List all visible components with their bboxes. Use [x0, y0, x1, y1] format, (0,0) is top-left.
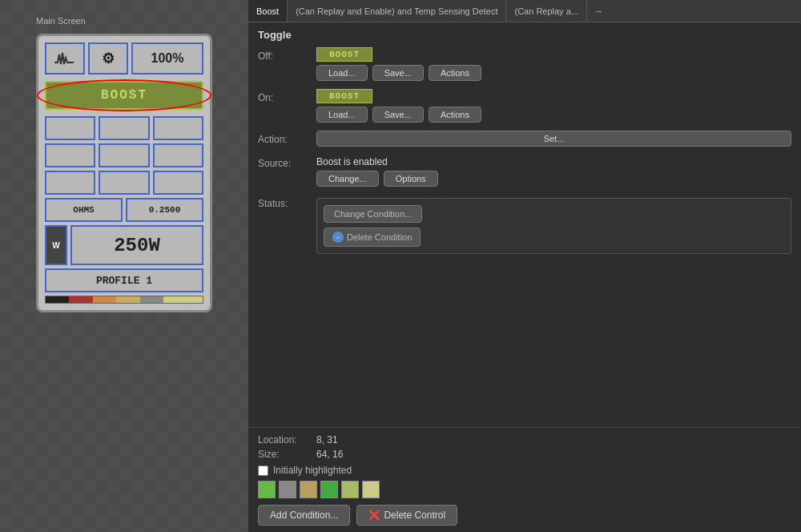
grid-cell-8[interactable] [99, 171, 149, 195]
section-title: Toggle [258, 29, 791, 41]
grid-cell-6[interactable] [153, 143, 203, 167]
on-load-button[interactable]: Load... [316, 107, 368, 123]
status-field-content: Change Condition... − Delete Condition [316, 195, 791, 254]
source-text: Boost is enabled [316, 155, 791, 167]
location-row: Location: 8, 31 [258, 434, 791, 445]
swatch-5[interactable] [362, 481, 380, 498]
waveform-cell[interactable] [45, 42, 85, 75]
change-condition-button[interactable]: Change Condition... [324, 205, 422, 223]
boost-button[interactable]: BOOST [45, 81, 203, 110]
action-label: Action: [258, 131, 310, 145]
source-options-button[interactable]: Options [384, 171, 438, 187]
delete-control-button[interactable]: ❌ Delete Control [356, 505, 457, 526]
initially-highlighted-label: Initially highlighted [273, 465, 352, 476]
device-frame: ⚙ 100% BOOST [36, 34, 212, 312]
initially-highlighted-row: Initially highlighted [258, 465, 791, 476]
on-field-row: On: BOOST Load... Save... Actions [258, 89, 791, 123]
device-wrapper: Main Screen ⚙ 100% BOOST [36, 16, 212, 312]
tab-can-replay-temp[interactable]: (Can Replay and Enable) and Temp Sensing… [288, 0, 506, 22]
source-label: Source: [258, 155, 310, 169]
delete-cross-icon: ❌ [368, 510, 380, 521]
initially-highlighted-checkbox[interactable] [258, 466, 268, 476]
grid-row-2 [45, 143, 203, 167]
off-actions-button[interactable]: Actions [429, 65, 481, 81]
watt-value: 250W [70, 225, 203, 265]
source-field-row: Source: Boost is enabled Change... Optio… [258, 155, 791, 187]
off-save-button[interactable]: Save... [372, 65, 424, 81]
swatch-4[interactable] [341, 481, 359, 498]
off-button-group: Load... Save... Actions [316, 65, 791, 81]
device-top-row: ⚙ 100% [45, 42, 203, 75]
grid-row-3 [45, 171, 203, 195]
swatch-1[interactable] [279, 481, 296, 498]
ohms-label: OHMS [45, 198, 123, 222]
size-value: 64, 16 [316, 449, 343, 460]
grid-cell-4[interactable] [45, 143, 95, 167]
percent-cell: 100% [131, 42, 203, 75]
tab-arrow[interactable]: → [587, 0, 610, 22]
off-field-row: Off: BOOST Load... Save... Actions [258, 47, 791, 81]
condition-buttons-row: Change Condition... [324, 205, 784, 223]
size-row: Size: 64, 16 [258, 449, 791, 460]
off-load-button[interactable]: Load... [316, 65, 368, 81]
tabs-row: Boost (Can Replay and Enable) and Temp S… [248, 0, 801, 22]
swatch-3[interactable] [320, 481, 338, 498]
bottom-area: Location: 8, 31 Size: 64, 16 Initially h… [248, 427, 801, 532]
watt-prefix: W [45, 225, 67, 265]
grid-row-1 [45, 116, 203, 140]
grid-cell-1[interactable] [45, 116, 95, 140]
left-panel: Main Screen ⚙ 100% BOOST [0, 0, 248, 532]
status-label: Status: [258, 195, 310, 209]
on-save-button[interactable]: Save... [372, 107, 424, 123]
boost-button-container: BOOST [45, 81, 203, 110]
main-screen-label: Main Screen [36, 16, 212, 26]
on-button-group: Load... Save... Actions [316, 107, 791, 123]
add-condition-button[interactable]: Add Condition... [258, 505, 350, 526]
size-label: Size: [258, 449, 310, 460]
grid-cell-2[interactable] [99, 116, 149, 140]
profile-label: PROFILE 1 [45, 268, 203, 292]
off-label: Off: [258, 47, 310, 62]
source-button-group: Change... Options [316, 171, 791, 187]
location-value: 8, 31 [316, 434, 338, 445]
condition-box: Change Condition... − Delete Condition [316, 198, 791, 254]
bottom-buttons: Add Condition... ❌ Delete Control [258, 505, 791, 526]
off-boost-badge: BOOST [316, 47, 372, 62]
source-field-content: Boost is enabled Change... Options [316, 155, 791, 187]
grid-cell-5[interactable] [99, 143, 149, 167]
action-field-content: Set... [316, 131, 791, 147]
status-field-row: Status: Change Condition... − Delete Con… [258, 195, 791, 254]
on-boost-badge: BOOST [316, 89, 372, 103]
on-label: On: [258, 89, 310, 103]
swatch-2[interactable] [300, 481, 317, 498]
location-label: Location: [258, 434, 310, 445]
on-actions-button[interactable]: Actions [429, 107, 481, 123]
delete-circle-icon: − [332, 232, 344, 243]
tab-boost[interactable]: Boost [248, 0, 288, 22]
grid-cell-9[interactable] [153, 171, 203, 195]
tab-can-replay2[interactable]: (Can Replay a... [506, 0, 586, 22]
watt-row: W 250W [45, 225, 203, 265]
color-swatches [258, 481, 791, 498]
delete-condition-row: − Delete Condition [324, 228, 784, 247]
right-panel: Boost (Can Replay and Enable) and Temp S… [248, 0, 801, 532]
ohms-value: 0.2500 [126, 198, 203, 222]
off-field-content: BOOST Load... Save... Actions [316, 47, 791, 81]
color-bar [45, 296, 203, 304]
on-field-content: BOOST Load... Save... Actions [316, 89, 791, 123]
grid-cell-7[interactable] [45, 171, 95, 195]
delete-condition-button[interactable]: − Delete Condition [324, 228, 421, 247]
action-field-row: Action: Set... [258, 131, 791, 147]
source-change-button[interactable]: Change... [316, 171, 379, 187]
action-set-button[interactable]: Set... [316, 131, 791, 147]
grid-cell-3[interactable] [153, 116, 203, 140]
ohms-row: OHMS 0.2500 [45, 198, 203, 222]
content-area: Toggle Off: BOOST Load... Save... Action… [248, 22, 801, 427]
gear-cell[interactable]: ⚙ [88, 42, 128, 75]
swatch-0[interactable] [258, 481, 276, 498]
